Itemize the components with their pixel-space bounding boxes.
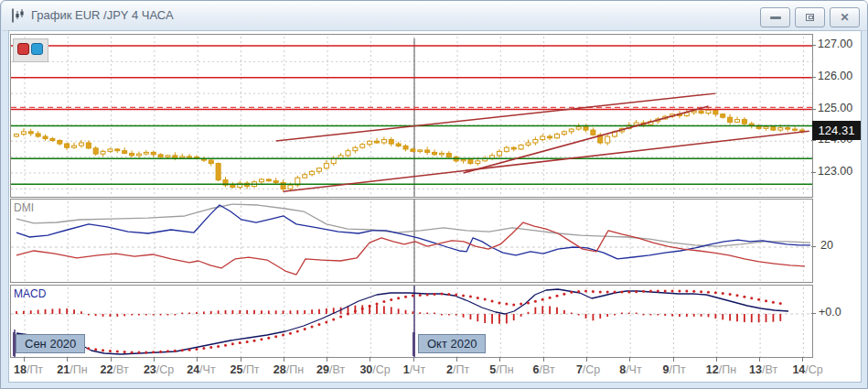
axis-tick [67,357,68,362]
blue-marker-button[interactable] [31,43,43,55]
axis-tick [370,357,370,362]
date-label: 13/Вт [749,363,777,376]
restore-button[interactable] [795,7,825,27]
axis-tick [586,357,587,362]
axis-tick [759,357,760,362]
axis-tick [811,140,816,141]
dmi-canvas[interactable] [11,200,812,282]
axis-tick [241,357,241,362]
window-title: График EUR /JPY 4 ЧАСА [31,1,174,30]
macd-canvas[interactable] [11,286,812,357]
axis-tick [197,357,198,362]
price-chart-panel[interactable] [10,34,813,198]
date-label: 23/Ср [144,363,174,376]
axis-tick [716,357,717,362]
close-button[interactable]: ✕ [830,7,860,27]
date-label: 18/Пт [14,363,43,376]
date-label: 6/Вт [533,363,555,376]
date-label: 22/Вт [101,363,129,376]
chart-window: График EUR /JPY 4 ЧАСА ✕ DMI MACD 20 +0.… [0,0,868,389]
date-label: 9/Пт [663,363,686,376]
month-separator-oct [413,332,415,356]
price-axis-label: 127.00 [818,38,852,50]
dmi-panel[interactable] [10,199,813,283]
date-label: 1/Чт [403,363,425,376]
axis-tick [811,313,816,314]
axis-tick [284,357,284,362]
restore-icon [806,14,814,21]
axis-tick [811,246,816,247]
date-label: 12/Пн [706,363,736,376]
axis-tick [499,357,500,362]
minimize-button[interactable] [760,7,790,27]
axis-tick [811,172,816,173]
axis-tick [629,357,630,362]
dmi-level-label: 20 [820,239,833,252]
axis-tick [811,45,816,46]
price-chart-canvas[interactable] [11,35,812,197]
date-label: 25/Пт [230,363,260,376]
axis-tick [811,109,816,110]
axis-tick [327,357,327,362]
macd-panel[interactable] [10,285,813,358]
month-label-sep: Сен 2020 [16,334,85,353]
axis-tick [543,357,544,362]
axis-tick [111,357,112,362]
dmi-panel-label: DMI [14,201,34,214]
axis-tick [154,357,155,362]
object-legend [13,38,48,62]
axis-tick [456,357,457,362]
date-label: 14/Ср [792,363,822,376]
axis-tick [413,357,414,362]
date-label: 24/Чт [187,363,215,376]
title-bar[interactable]: График EUR /JPY 4 ЧАСА ✕ [2,1,868,31]
date-label: 5/Пн [489,363,513,376]
red-marker-button[interactable] [17,43,29,55]
price-axis-label: 123.00 [818,165,852,178]
macd-panel-label: MACD [14,287,46,300]
current-price-badge: 124.31 [812,121,861,140]
chart-icon [10,7,27,24]
price-axis-label: 125.00 [818,102,852,114]
window-controls: ✕ [760,7,860,27]
date-label: 30/Ср [359,363,390,376]
date-label: 8/Чт [619,363,641,376]
date-label: 21/Пн [57,363,87,376]
macd-zero-label: +0.0 [819,306,841,319]
axis-tick [802,357,803,362]
axis-tick [24,357,25,362]
date-label: 28/Пн [273,363,304,376]
month-separator-sep [13,332,16,356]
date-label: 2/Пт [446,363,469,376]
date-label: 7/Ср [576,363,600,376]
minimize-icon [770,16,781,19]
close-icon: ✕ [840,12,849,23]
axis-tick [673,357,674,362]
price-axis-label: 126.00 [818,70,852,82]
date-label: 29/Вт [316,363,345,376]
month-label-oct: Окт 2020 [418,334,486,353]
axis-tick [811,77,816,78]
